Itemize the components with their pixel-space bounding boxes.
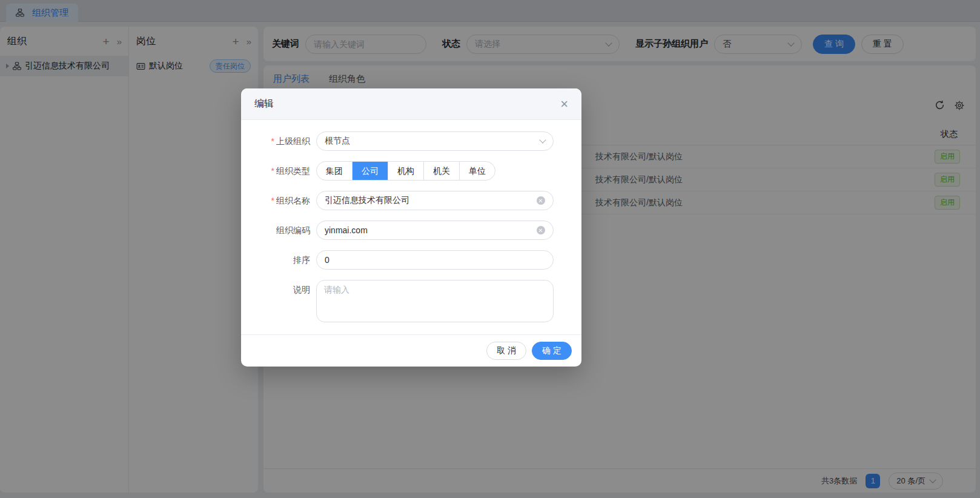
org-name-row: *组织名称 — [241, 191, 581, 210]
org-type-option-unit[interactable]: 单位 — [459, 162, 495, 180]
org-name-input-field[interactable] — [325, 196, 532, 205]
app-root: 组织管理 组织 + » 引迈信息技术有限公司 — [0, 0, 980, 498]
org-code-row: 组织编码 — [241, 221, 581, 240]
parent-org-row: *上级组织 根节点 — [241, 131, 581, 151]
chevron-down-icon — [539, 136, 546, 143]
dialog-body: *上级组织 根节点 *组织类型 集团 公司 机构 机关 单位 *组织名称 — [241, 120, 581, 322]
org-type-option-group[interactable]: 集团 — [317, 162, 352, 180]
confirm-button[interactable]: 确 定 — [532, 342, 572, 360]
dialog-header: 编辑 × — [241, 88, 581, 120]
sort-label: 排序 — [241, 250, 316, 270]
org-type-option-agency[interactable]: 机关 — [423, 162, 459, 180]
org-name-label: 组织名称 — [276, 196, 310, 205]
close-icon[interactable]: × — [560, 98, 568, 111]
sort-input-field[interactable] — [325, 255, 545, 265]
description-textarea[interactable] — [316, 280, 554, 322]
sort-input[interactable] — [316, 250, 554, 270]
org-type-option-institution[interactable]: 机构 — [388, 162, 423, 180]
required-mark: * — [271, 196, 274, 205]
clear-circle-icon[interactable] — [537, 196, 545, 205]
parent-org-select[interactable]: 根节点 — [316, 131, 554, 151]
org-type-label: 组织类型 — [276, 166, 310, 176]
org-type-option-company[interactable]: 公司 — [352, 162, 388, 180]
parent-org-label: 上级组织 — [276, 136, 310, 146]
clear-circle-icon[interactable] — [537, 226, 545, 234]
description-row: 说明 — [241, 280, 581, 322]
org-type-radio-group: 集团 公司 机构 机关 单位 — [316, 161, 495, 181]
org-name-input[interactable] — [316, 191, 554, 210]
edit-dialog: 编辑 × *上级组织 根节点 *组织类型 集团 公司 机构 机关 单位 — [241, 88, 581, 367]
dialog-title: 编辑 — [254, 98, 274, 110]
org-code-label: 组织编码 — [241, 221, 316, 240]
parent-org-value: 根节点 — [325, 136, 350, 147]
org-type-row: *组织类型 集团 公司 机构 机关 单位 — [241, 161, 581, 181]
cancel-button[interactable]: 取 消 — [486, 342, 526, 360]
required-mark: * — [271, 136, 274, 146]
org-code-input-field[interactable] — [325, 225, 532, 235]
required-mark: * — [271, 166, 274, 176]
sort-row: 排序 — [241, 250, 581, 270]
dialog-footer: 取 消 确 定 — [241, 334, 581, 367]
org-code-input[interactable] — [316, 221, 554, 240]
description-label: 说明 — [241, 280, 316, 299]
